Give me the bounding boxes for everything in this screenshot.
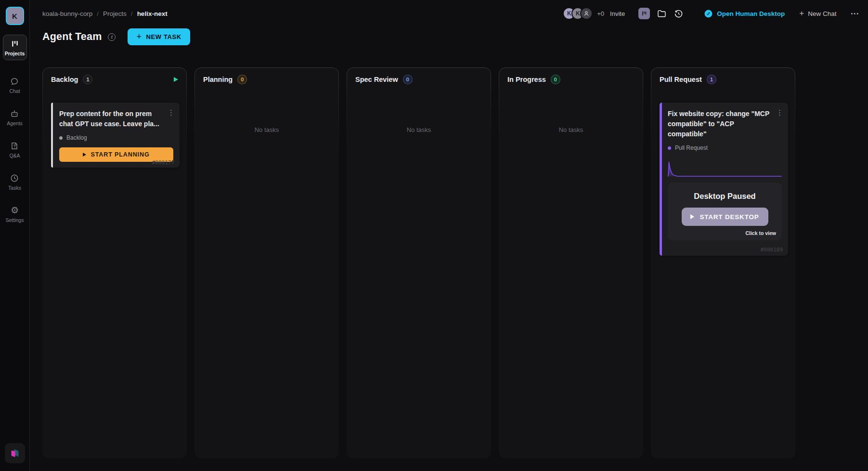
sidebar-item-label: Chat (9, 88, 20, 94)
sidebar-item-label: Q&A (9, 153, 20, 158)
column-run-button[interactable] (174, 77, 178, 82)
column-header: Planning 0 (194, 67, 339, 91)
helix-logo-icon (9, 447, 21, 459)
more-menu-button[interactable]: ••• (851, 11, 859, 16)
start-desktop-label: START DESKTOP (700, 213, 759, 221)
column-name: Backlog (51, 76, 78, 83)
activity-sparkline (668, 160, 782, 177)
files-button[interactable] (657, 9, 667, 19)
sidebar-item-label: Projects (5, 51, 25, 56)
desktop-preview-panel[interactable]: Desktop Paused START DESKTOP Click to vi… (668, 183, 782, 240)
column-name: Planning (203, 76, 233, 83)
start-desktop-button[interactable]: START DESKTOP (682, 208, 768, 226)
chat-icon (10, 77, 19, 86)
sidebar-item-projects[interactable]: Projects (3, 35, 27, 60)
kanban-icon (10, 39, 20, 49)
play-icon (83, 153, 86, 157)
task-status: Pull Request (668, 144, 782, 151)
avatar-stack[interactable]: K K (563, 7, 593, 20)
column-backlog: Backlog 1 Prep content for the on prem c… (42, 67, 187, 458)
status-label: Backlog (66, 134, 87, 141)
person-icon (583, 10, 590, 17)
breadcrumb-org[interactable]: koala-bunny-corp (42, 10, 92, 17)
workspace-logo-letter: K (12, 12, 17, 20)
column-planning: Planning 0 No tasks (194, 67, 339, 458)
avatar-add-person[interactable] (580, 7, 593, 20)
column-count-badge: 1 (707, 75, 716, 84)
kebab-menu-icon[interactable]: ⋮ (776, 109, 783, 116)
sidebar-nav: Chat Agents Q&A Tasks ⚙ Settings (6, 77, 24, 223)
sidebar-item-tasks[interactable]: Tasks (6, 173, 24, 191)
start-planning-label: START PLANNING (91, 151, 149, 158)
kanban-board: Backlog 1 Prep content for the on prem c… (42, 67, 795, 458)
history-button[interactable] (674, 9, 684, 19)
history-icon (674, 9, 684, 19)
sidebar-item-label: Agents (7, 120, 23, 126)
info-icon[interactable]: i (108, 33, 116, 41)
task-id: #000177 (152, 159, 174, 166)
desktop-paused-title: Desktop Paused (674, 192, 776, 201)
column-body: Fix website copy: change "MCP compatible… (651, 91, 795, 256)
compass-icon (704, 9, 713, 18)
invite-button[interactable]: Invite (610, 10, 625, 17)
new-task-label: NEW TASK (146, 33, 181, 40)
empty-column-text: No tasks (194, 126, 339, 133)
sidebar-item-settings[interactable]: ⚙ Settings (6, 206, 24, 223)
sidebar-item-chat[interactable]: Chat (6, 77, 24, 94)
topbar: koala-bunny-corp / Projects / helix-next… (42, 0, 859, 27)
column-count-badge: 0 (551, 75, 560, 84)
status-dot (59, 136, 63, 140)
new-task-button[interactable]: + NEW TASK (128, 28, 190, 45)
column-name: Pull Request (660, 76, 702, 83)
new-chat-label: New Chat (808, 10, 836, 17)
breadcrumb-current-project: helix-next (137, 10, 168, 17)
question-doc-icon (10, 141, 19, 151)
column-count-badge: 0 (237, 75, 247, 84)
breadcrumb-projects[interactable]: Projects (103, 10, 127, 17)
sidebar-item-qa[interactable]: Q&A (6, 141, 24, 158)
column-header: Pull Request 1 (651, 67, 795, 91)
column-header: Backlog 1 (42, 67, 187, 91)
extra-members-count: +0 (597, 10, 604, 17)
empty-column-text: No tasks (347, 126, 491, 133)
click-to-view-hint: Click to view (674, 230, 776, 236)
task-card-pull-request[interactable]: Fix website copy: change "MCP compatible… (660, 103, 788, 256)
open-human-desktop-button[interactable]: Open Human Desktop (704, 9, 785, 18)
empty-column-text: No tasks (499, 126, 643, 133)
breadcrumb-separator: / (97, 10, 99, 17)
workspace-logo[interactable]: K (6, 7, 24, 25)
sidebar-item-label: Tasks (8, 185, 21, 191)
column-count-badge: 1 (83, 75, 92, 84)
plus-icon: + (799, 9, 804, 18)
play-icon (174, 77, 178, 82)
folder-icon (657, 9, 667, 19)
task-title: Fix website copy: change "MCP compatible… (668, 109, 782, 139)
new-chat-button[interactable]: + New Chat (799, 9, 836, 18)
breadcrumb-separator: / (131, 10, 133, 17)
task-status: Backlog (59, 134, 173, 141)
kebab-menu-icon[interactable]: ⋮ (168, 109, 175, 116)
topbar-actions: K K +0 Invite Open Human Desktop + New C… (563, 7, 859, 20)
column-header: Spec Review 0 (347, 67, 491, 91)
column-name: In Progress (507, 76, 546, 83)
status-dot (668, 146, 671, 150)
plus-icon: + (136, 32, 142, 42)
sidebar-item-label: Settings (6, 217, 24, 223)
board-view-button[interactable] (638, 8, 650, 19)
column-body: Prep content for the on prem chat GPT us… (42, 91, 187, 168)
open-human-desktop-label: Open Human Desktop (717, 10, 785, 17)
helix-logo[interactable] (5, 443, 25, 463)
breadcrumb: koala-bunny-corp / Projects / helix-next (42, 10, 168, 17)
gear-icon: ⚙ (11, 206, 19, 215)
column-name: Spec Review (355, 76, 398, 83)
page-title: Agent Team (42, 31, 102, 43)
column-pull-request: Pull Request 1 Fix website copy: change … (651, 67, 795, 458)
clock-icon (10, 173, 19, 183)
column-in-progress: In Progress 0 No tasks (499, 67, 643, 458)
column-spec-review: Spec Review 0 No tasks (347, 67, 491, 458)
task-card-backlog[interactable]: Prep content for the on prem chat GPT us… (51, 103, 180, 168)
sidebar: K Projects Chat Agents Q&A (0, 0, 30, 471)
task-title: Prep content for the on prem chat GPT us… (59, 109, 173, 129)
sidebar-item-agents[interactable]: Agents (6, 109, 24, 126)
page-header: Agent Team i + NEW TASK (42, 28, 190, 45)
